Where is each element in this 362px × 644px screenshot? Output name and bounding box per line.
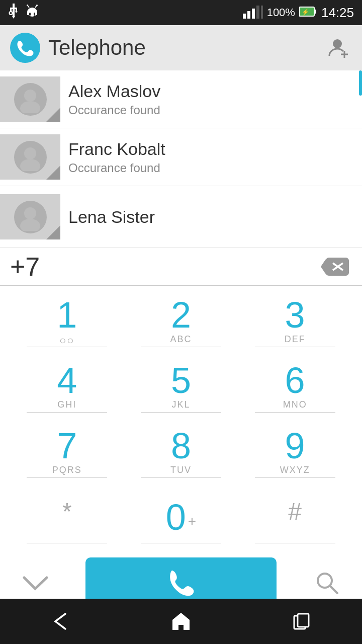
contact-name-3: Lena Sister (68, 207, 352, 227)
key-9[interactable]: 9 WXYZ (245, 422, 345, 482)
app-header: Telephone (0, 25, 362, 70)
svg-rect-2 (10, 8, 12, 12)
battery-icon: ⚡ (299, 6, 317, 20)
status-left (8, 4, 39, 22)
svg-rect-24 (314, 10, 316, 14)
svg-marker-39 (172, 613, 190, 630)
svg-rect-20 (252, 9, 255, 19)
contact-item-3[interactable]: Lena Sister (0, 186, 362, 248)
contact-item-2[interactable]: Franc Kobalt Occurance found (0, 128, 362, 186)
key-0[interactable]: 0 + (131, 487, 231, 547)
keypad-row-1: 1 ○○ 2 ABC 3 DEF (10, 291, 352, 351)
backspace-button[interactable] (317, 254, 352, 279)
key-3[interactable]: 3 DEF (245, 291, 345, 351)
contacts-dropdown: Alex Maslov Occurance found Franc Kobalt… (0, 70, 362, 248)
svg-rect-19 (247, 11, 250, 19)
signal-icon (243, 5, 263, 21)
contact-item[interactable]: Alex Maslov Occurance found (0, 70, 362, 128)
svg-rect-15 (34, 13, 35, 16)
contact-info-2: Franc Kobalt Occurance found (60, 139, 352, 175)
contact-avatar-3 (0, 194, 60, 239)
scrollbar (359, 70, 362, 96)
contact-name-1: Alex Maslov (68, 82, 352, 101)
svg-point-5 (16, 11, 18, 13)
svg-rect-9 (27, 12, 37, 15)
android-icon (25, 4, 39, 21)
contact-sub-2: Occurance found (68, 161, 352, 175)
svg-rect-18 (243, 14, 246, 19)
battery-percent: 100% (267, 6, 295, 19)
contact-avatar-2 (0, 134, 60, 180)
dialer-section: +7 1 ○○ 2 ABC 3 DEF (0, 248, 362, 613)
key-star[interactable]: * (17, 487, 117, 547)
key-7[interactable]: 7 PQRS (17, 422, 117, 482)
add-contact-button[interactable] (325, 34, 352, 61)
key-4[interactable]: 4 GHI (17, 356, 117, 417)
svg-point-33 (24, 207, 36, 219)
status-bar: 100% ⚡ 14:25 (0, 0, 362, 25)
svg-point-17 (34, 11, 35, 12)
contact-sub-1: Occurance found (68, 103, 352, 117)
keypad-row-2: 4 GHI 5 JKL 6 MNO (10, 356, 352, 417)
svg-line-38 (330, 586, 337, 593)
key-5[interactable]: 5 JKL (131, 356, 231, 417)
header-left: Telephone (10, 33, 146, 63)
svg-marker-7 (12, 16, 15, 19)
app-logo (10, 33, 40, 63)
svg-rect-0 (13, 4, 15, 8)
back-button[interactable] (40, 606, 80, 636)
key-2[interactable]: 2 ABC (131, 291, 231, 351)
svg-rect-6 (13, 9, 15, 16)
keypad-row-4: * 0 + # (10, 487, 352, 547)
status-right: 100% ⚡ 14:25 (243, 5, 354, 21)
contact-info-1: Alex Maslov Occurance found (60, 82, 352, 117)
nav-bar (0, 599, 362, 644)
key-1[interactable]: 1 ○○ (17, 291, 117, 351)
usb-icon (8, 4, 19, 22)
contact-name-2: Franc Kobalt (68, 139, 352, 159)
key-6[interactable]: 6 MNO (245, 356, 345, 417)
svg-rect-21 (256, 6, 259, 19)
time-display: 14:25 (321, 5, 354, 21)
recent-apps-button[interactable] (282, 606, 322, 636)
svg-rect-41 (298, 614, 309, 627)
hide-dialpad-button[interactable] (15, 562, 55, 603)
svg-point-11 (27, 5, 28, 6)
svg-point-31 (24, 147, 36, 159)
dial-input-row: +7 (0, 248, 362, 286)
svg-point-13 (36, 5, 38, 6)
svg-text:⚡: ⚡ (302, 8, 309, 16)
svg-point-30 (20, 101, 40, 113)
svg-point-32 (20, 159, 40, 171)
contact-info-3: Lena Sister (60, 207, 352, 227)
key-8[interactable]: 8 TUV (131, 422, 231, 482)
svg-point-4 (10, 12, 13, 15)
app-title: Telephone (48, 36, 146, 60)
svg-rect-14 (29, 13, 31, 16)
svg-rect-22 (261, 6, 263, 19)
search-button[interactable] (307, 562, 347, 603)
keypad-row-3: 7 PQRS 8 TUV 9 WXYZ (10, 422, 352, 482)
key-hash[interactable]: # (245, 487, 345, 547)
contact-avatar-1 (0, 76, 60, 122)
svg-point-26 (333, 39, 342, 48)
svg-point-34 (20, 219, 40, 231)
home-button[interactable] (161, 606, 201, 636)
svg-point-16 (30, 11, 31, 12)
keypad: 1 ○○ 2 ABC 3 DEF 4 GHI 5 (0, 286, 362, 547)
dial-number-display: +7 (10, 252, 317, 282)
svg-point-29 (24, 90, 36, 102)
